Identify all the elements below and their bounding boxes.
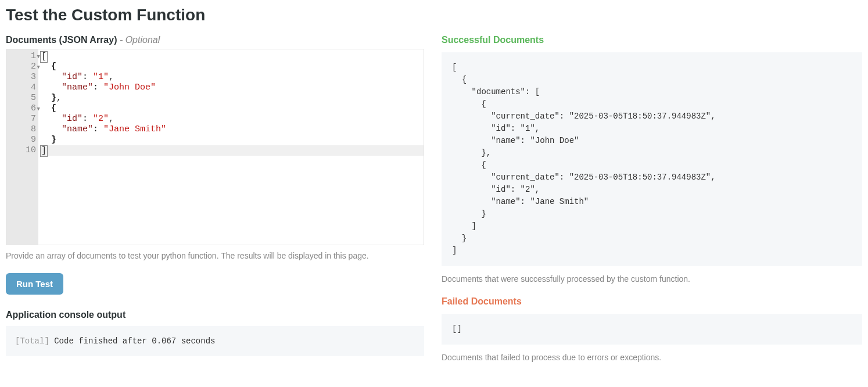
code-line[interactable]: "id": "1", [41, 72, 424, 83]
code-line[interactable]: }, [41, 93, 424, 103]
failed-documents-title: Failed Documents [442, 296, 862, 307]
gutter-line: 9 [6, 135, 38, 145]
gutter-line: 8 [6, 124, 38, 135]
console-tag: [Total] [15, 336, 49, 346]
main-columns: Documents (JSON Array) - Optional 1▼2▼34… [6, 35, 862, 362]
code-line[interactable]: } [41, 135, 424, 145]
editor-gutter: 1▼2▼3456▼78910 [6, 49, 38, 245]
failed-documents-output: [] [442, 314, 862, 345]
code-line[interactable]: [ [41, 51, 424, 62]
console-output: [Total] Code finished after 0.067 second… [6, 326, 424, 356]
successful-documents-output: [ { "documents": [ { "current_date": "20… [442, 52, 862, 266]
code-line[interactable]: ] [41, 145, 424, 156]
gutter-line: 1▼ [6, 51, 38, 62]
documents-label-text: Documents (JSON Array) [6, 35, 117, 45]
run-test-button[interactable]: Run Test [6, 273, 63, 295]
json-editor[interactable]: 1▼2▼3456▼78910 [ { "id": "1", "name": "J… [6, 49, 424, 245]
code-line[interactable]: "name": "Jane Smith" [41, 124, 424, 135]
console-text: Code finished after 0.067 seconds [49, 336, 216, 346]
gutter-line: 4 [6, 83, 38, 93]
gutter-line: 6▼ [6, 103, 38, 114]
console-output-label: Application console output [6, 310, 424, 320]
fold-icon[interactable]: ▼ [37, 104, 40, 114]
gutter-line: 3 [6, 72, 38, 83]
gutter-line: 7 [6, 114, 38, 124]
successful-documents-title: Successful Documents [442, 35, 862, 45]
fold-icon[interactable]: ▼ [37, 62, 40, 73]
gutter-line: 10 [6, 145, 38, 156]
documents-label: Documents (JSON Array) - Optional [6, 35, 424, 45]
optional-text: - Optional [117, 35, 160, 45]
documents-help-text: Provide an array of documents to test yo… [6, 251, 424, 260]
code-line[interactable]: { [41, 62, 424, 72]
code-line[interactable]: { [41, 103, 424, 114]
code-line[interactable]: "name": "John Doe" [41, 83, 424, 93]
right-column: Successful Documents [ { "documents": [ … [442, 35, 862, 362]
left-column: Documents (JSON Array) - Optional 1▼2▼34… [6, 35, 424, 362]
page-title: Test the Custom Function [6, 6, 862, 24]
failed-documents-help: Documents that failed to process due to … [442, 353, 862, 362]
editor-lines[interactable]: [ { "id": "1", "name": "John Doe" }, { "… [38, 49, 424, 245]
gutter-line: 5 [6, 93, 38, 103]
gutter-line: 2▼ [6, 62, 38, 72]
code-line[interactable]: "id": "2", [41, 114, 424, 124]
fold-icon[interactable]: ▼ [37, 52, 40, 62]
successful-documents-help: Documents that were successfully process… [442, 274, 862, 284]
